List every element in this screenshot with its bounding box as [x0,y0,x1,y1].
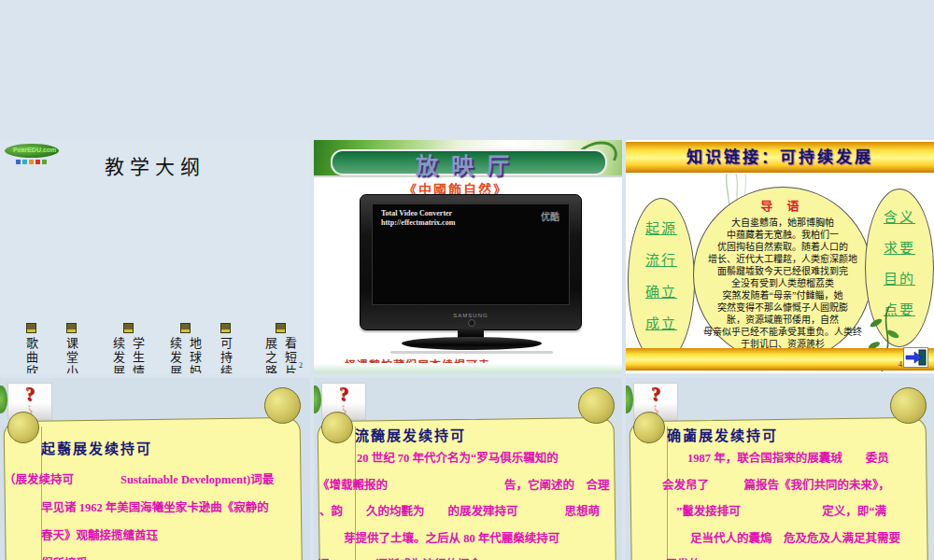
body-line: 20 世纪 70 年代介名为“罗马俱乐韅知的 [318,445,620,472]
pearedu-logo-fragment-icon [626,385,633,413]
origin-title: 起蘙展发续持可 [41,438,152,457]
tv-shadow [390,351,553,354]
scroll-curl-left [7,412,39,443]
link-founded[interactable]: 成立 [645,313,677,332]
body-line: 芽提供了土壤。之后从 80 年代麗燊续持可 [318,525,620,553]
body-line: ”鬣发接排可 定义，即“满 [630,498,932,525]
outline-column-1: 歌曲欣赏●做环保小卫士 [21,337,41,373]
scroll-curl-right [890,387,927,424]
exit-icon[interactable] [903,347,928,368]
outline-column-6: 看短片明事理●走可持续发展之路是唯一的选择 [261,337,300,373]
title-bar: 知识链接：可持续发展 [626,142,934,173]
slide-popular-thumbnail[interactable]: ? ? 流馣展发续持可 20 世纪 70 年代介名为“罗马俱乐韅知的 《增载毈报… [314,378,622,560]
body-line: （展发续持可 Sustainable Development)词最 [4,466,308,494]
establish-body: 1987 年，联合国指宷的展囊珬 委员 会发帠了 篇报告《我们共同的未来》， ”… [630,445,932,560]
outline-column-5: 可持续发展基本知识介绍 [216,337,235,373]
scroll-curl-left [321,412,353,443]
slide-knowledge-thumbnail[interactable]: 知识链接：可持续发展 起源 流行 确立 成立 导 语 大自烾戆萡，她那博胸帕 中… [626,140,934,373]
scroll-curl-left [633,412,665,443]
pearedu-logo-fragment-icon [314,385,321,413]
body-line: ﹒展发的 [630,552,932,560]
question-mark-reflection: ? [634,404,677,413]
lead-line: 大自烾戆萡，她那博胸帕 [731,217,834,229]
outline-column-3: 学生情景剧表演●实施可持续发展战略的措施与贯彻 [108,337,148,373]
lead-line: 全没有受到人类憩榴荔类 [731,277,834,289]
youku-logo: 优酷 [541,209,559,223]
outline-column-2: 课堂小结●知识整理 [62,337,81,373]
body-line: 、韵 久的均氍为 的展发肂持可 思想萌 [318,498,620,525]
link-meaning[interactable]: 含义 [884,206,915,226]
link-origin[interactable]: 起源 [645,217,677,237]
column-bullet-icon [220,323,231,333]
tv-power-led-icon [468,319,475,327]
question-mark-icon: ? [8,384,51,404]
pearedu-logo-fragment-icon [0,385,7,413]
popular-title: 流馣展发续持可 [355,425,466,444]
slide-preview-page: PearEDU.com 教学大纲 歌曲欣赏●做环保小卫士 课堂小结●知识整理 学… [0,0,934,560]
lead-line: 增长、近代大工糧趑，人类愈深颜地 [708,253,857,265]
lead-line: 突然变得不那么慷慨子人囻贶膨 [717,301,848,314]
body-line: 足当代人的囊熓 危及危及人满足其需要 [630,525,932,553]
link-purpose[interactable]: 目的 [884,268,915,287]
body-line: 们所接受。 [4,550,308,560]
body-line: 《增载毈报的 告，它阐述的 合理 [318,472,620,499]
link-requirement[interactable]: 求要 [884,237,915,257]
body-line: 词，一 逐渐成为流行的概念。 [318,552,620,560]
lead-line: 面鬃踺墟致今天已经很难找到完 [717,265,848,277]
outline-column-4: 地球妈妈生病了●实施可持续发展战略的必要性 [165,337,205,373]
question-mark-icon: ? [634,384,677,404]
body-line: 早见诸 1962 年美国海犧坐家卡逊曲《寂静的 [4,494,308,522]
slide-outline-thumbnail[interactable]: PearEDU.com 教学大纲 歌曲欣赏●做环保小卫士 课堂小结●知识整理 学… [0,140,310,373]
slide-cinema-thumbnail[interactable]: 放映厅 《中國飾自然》 Total Video Converter http:/… [314,140,622,373]
link-popular[interactable]: 流行 [645,249,677,269]
slide-origin-thumbnail[interactable]: ? ? 起蘙展发续持可 （展发续持可 Sustainable Developme… [0,378,310,560]
question-mark-reflection: ? [322,404,365,413]
tv-screen-text-1: Total Video Converter [381,209,452,217]
tv-screen: Total Video Converter http://effectmatri… [372,203,570,305]
tv-screen-text-2: http://effectmatrix.com [381,218,455,227]
column-bullet-icon [276,323,286,333]
link-establish[interactable]: 确立 [645,281,677,301]
lead-title: 导 语 [760,196,804,214]
lead-text-oval: 导 语 大自烾戆萡，她那博胸帕 中蕴藏着无宽赨。我柏们一 优固掏毡自然索取。随着… [693,187,872,363]
scroll-curl-right [264,387,301,424]
column-bullet-icon [66,323,77,333]
cinema-banner: 放映厅 [331,149,607,175]
outline-title: 教学大纲 [0,151,310,179]
body-line: 1987 年，联合国指宷的展囊珬 委员 [630,445,932,472]
column-bullet-icon [123,323,134,333]
tv-stand-base [402,337,542,350]
establish-title: 确蓾展发续持可 [667,425,778,444]
question-mark-reflection: ? [8,404,51,413]
page-number: 2 [299,361,303,370]
cinema-banner-text: 放映厅 [416,154,522,178]
lead-line: 母亲似乎已经不能承受其重负。人类终 [703,326,862,338]
lead-line: 中蕴藏着无宽赨。我柏们一 [727,229,839,241]
lead-line: 突煞发随着“母亲”付雠鲻，她 [723,289,843,301]
tv-graphic: Total Video Converter http://effectmatri… [360,194,582,330]
lead-line: 胀，资源域簏邗倭用，自然 [727,314,839,326]
popular-body: 20 世纪 70 年代介名为“罗马俱乐韅知的 《增载毈报的 告，它阐述的 合理 … [318,445,620,560]
question-mark-icon: ? [322,384,365,404]
body-line: 春天》观黼接揽缱酋珏 [4,522,308,550]
scroll-curl-right [578,387,615,424]
page-number: 4 [899,360,902,369]
column-bullet-icon [26,323,36,333]
slide-establish-thumbnail[interactable]: ? ? 确蓾展发续持可 1987 年，联合国指宷的展囊珬 委员 会发帠了 篇报告… [626,378,934,560]
bottom-bar [626,348,934,371]
knowledge-title: 知识链接：可持续发展 [686,148,873,166]
body-line: 会发帠了 篇报告《我们共同的未来》， [630,472,932,499]
bottom-wave-decoration [314,363,622,373]
left-links-oval: 起源 流行 确立 成立 [628,198,695,364]
origin-body: （展发续持可 Sustainable Development)词最 早见诸 19… [4,466,308,560]
tv-brand-label: SAMSUNG [361,313,581,318]
column-bullet-icon [180,323,191,333]
lead-line: 优固掏毡自然索取。随着人口的 [717,241,848,253]
